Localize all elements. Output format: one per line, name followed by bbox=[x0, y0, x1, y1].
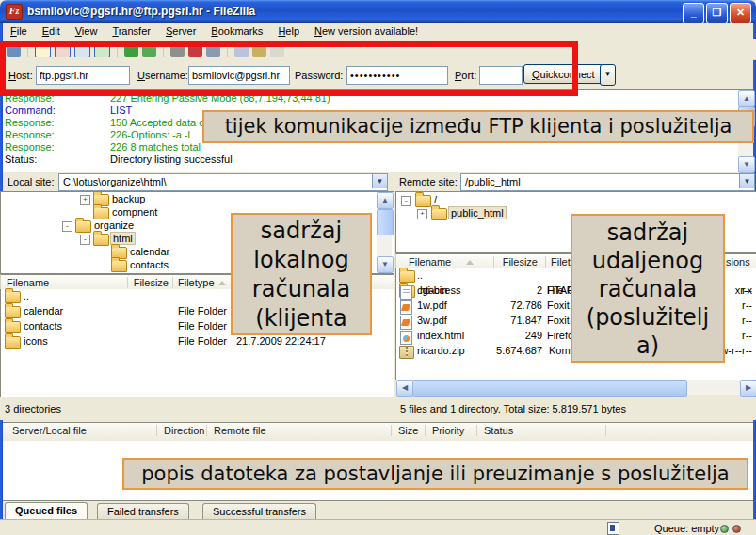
status-bar: Queue: empty bbox=[0, 519, 756, 535]
expand-icon[interactable]: + bbox=[80, 195, 90, 205]
menu-bookmarks[interactable]: Bookmarks bbox=[203, 24, 270, 38]
app-icon: Fz bbox=[6, 4, 23, 20]
column-status[interactable]: Status bbox=[484, 425, 513, 436]
collapse-icon[interactable]: - bbox=[80, 235, 90, 245]
tab-successful-transfers[interactable]: Successful transfers bbox=[202, 503, 316, 519]
menu-bar: File Edit View Transfer Server Bookmarks… bbox=[3, 23, 753, 39]
local-tree-scroll-thumb[interactable] bbox=[377, 209, 394, 235]
local-site-label: Local site: bbox=[8, 176, 55, 187]
sort-ascending-icon bbox=[218, 281, 226, 285]
window-title: bsmilovic@pgsri.hr@ftp.pgsri.hr - FileZi… bbox=[27, 5, 255, 18]
column-direction[interactable]: Direction bbox=[164, 425, 204, 436]
menu-file[interactable]: File bbox=[3, 24, 35, 38]
annotation-local: sadržaj lokalnog računala (klijenta bbox=[231, 213, 372, 335]
column-permissions[interactable]: sions bbox=[726, 256, 750, 268]
zip-file-icon bbox=[399, 346, 414, 359]
highlight-rectangle bbox=[0, 41, 578, 96]
maximize-button[interactable]: ❐ bbox=[706, 3, 728, 24]
annotation-remote: sadržaj udaljenog računala (poslužitelj … bbox=[571, 214, 725, 363]
folder-icon bbox=[5, 321, 21, 333]
folder-icon bbox=[111, 260, 127, 272]
column-server-local-file[interactable]: Server/Local file bbox=[12, 425, 87, 436]
queue-header: Server/Local file Direction Remote file … bbox=[3, 422, 753, 442]
menu-transfer[interactable]: Transfer bbox=[105, 24, 158, 38]
column-remote-file[interactable]: Remote file bbox=[214, 425, 266, 436]
pdf-file-icon bbox=[400, 316, 412, 330]
pdf-file-icon bbox=[400, 300, 412, 315]
local-site-combo[interactable]: C:\lotus\organize\html\ ▼ bbox=[58, 173, 388, 191]
menu-help[interactable]: Help bbox=[270, 24, 307, 38]
log-line: Command:LIST bbox=[5, 105, 132, 116]
log-line: Response:226-Options: -a -l bbox=[5, 129, 190, 140]
scroll-left-icon[interactable]: ◀ bbox=[396, 380, 413, 397]
close-button[interactable]: ✕ bbox=[730, 3, 751, 24]
minimize-button[interactable]: _ bbox=[683, 3, 704, 24]
filezilla-window: Fz bsmilovic@pgsri.hr@ftp.pgsri.hr - Fil… bbox=[0, 0, 756, 535]
remote-site-combo[interactable]: /public_html ▼ bbox=[460, 173, 755, 191]
column-filesize[interactable]: Filesize bbox=[133, 277, 169, 288]
expand-icon[interactable]: + bbox=[417, 209, 427, 219]
annotation-flow: tijek komunikacije između FTP klijenta i… bbox=[202, 110, 754, 143]
column-priority[interactable]: Priority bbox=[432, 425, 464, 436]
log-line: Response:226 8 matches total bbox=[5, 141, 201, 153]
menu-edit[interactable]: Edit bbox=[35, 24, 68, 38]
folder-icon bbox=[5, 336, 21, 349]
sort-ascending-icon bbox=[466, 260, 474, 265]
tab-failed-transfers[interactable]: Failed transfers bbox=[97, 503, 189, 519]
remote-scroll-thumb[interactable] bbox=[412, 380, 687, 397]
queue-status-text: Queue: empty bbox=[654, 523, 719, 534]
column-filetype[interactable]: Filetype bbox=[178, 277, 215, 288]
title-bar: Fz bsmilovic@pgsri.hr@ftp.pgsri.hr - Fil… bbox=[0, 0, 756, 23]
scroll-up-icon[interactable]: ▲ bbox=[377, 192, 394, 209]
chevron-down-icon[interactable]: ▼ bbox=[372, 174, 387, 188]
local-status: 3 directories bbox=[0, 397, 393, 420]
menu-new-version[interactable]: New version available! bbox=[307, 24, 426, 38]
column-filesize[interactable]: Filesize bbox=[500, 256, 538, 268]
menu-view[interactable]: View bbox=[68, 24, 105, 38]
collapse-icon[interactable]: - bbox=[401, 196, 411, 206]
annotation-queue: popis datoteka za postavljanje ili preuz… bbox=[122, 458, 748, 490]
remote-status: 5 files and 1 directory. Total size: 5.8… bbox=[395, 397, 756, 420]
folder-icon bbox=[415, 195, 431, 207]
column-size[interactable]: Size bbox=[398, 425, 418, 436]
folder-icon bbox=[75, 220, 91, 233]
connection-led-red-icon bbox=[732, 525, 741, 533]
menu-server[interactable]: Server bbox=[158, 24, 203, 38]
folder-icon bbox=[399, 270, 415, 283]
scroll-down-icon[interactable]: ▼ bbox=[738, 156, 755, 173]
queue-status-icon bbox=[607, 522, 619, 535]
remote-site-label: Remote site: bbox=[399, 176, 458, 187]
scroll-up-icon[interactable]: ▲ bbox=[738, 90, 755, 107]
connection-led-green-icon bbox=[720, 525, 729, 533]
quickconnect-dropdown-icon[interactable]: ▼ bbox=[600, 64, 616, 86]
tab-queued-files[interactable]: Queued files bbox=[5, 502, 88, 520]
open-folder-icon bbox=[93, 234, 109, 246]
collapse-icon[interactable]: - bbox=[62, 221, 72, 232]
queue-tabs: Queued files Failed transfers Successful… bbox=[3, 500, 753, 520]
chevron-down-icon[interactable]: ▼ bbox=[739, 174, 754, 188]
folder-icon bbox=[5, 291, 21, 303]
file-icon bbox=[400, 285, 412, 300]
column-filename[interactable]: Filename bbox=[409, 256, 451, 268]
scroll-down-icon[interactable]: ▼ bbox=[377, 256, 394, 273]
open-folder-icon bbox=[431, 208, 447, 220]
folder-icon bbox=[93, 207, 109, 219]
scroll-right-icon[interactable]: ▶ bbox=[740, 380, 756, 397]
log-line: Status:Directory listing successful bbox=[5, 154, 233, 165]
html-file-icon bbox=[400, 331, 412, 345]
folder-icon bbox=[5, 306, 21, 318]
column-filename[interactable]: Filename bbox=[7, 277, 49, 288]
